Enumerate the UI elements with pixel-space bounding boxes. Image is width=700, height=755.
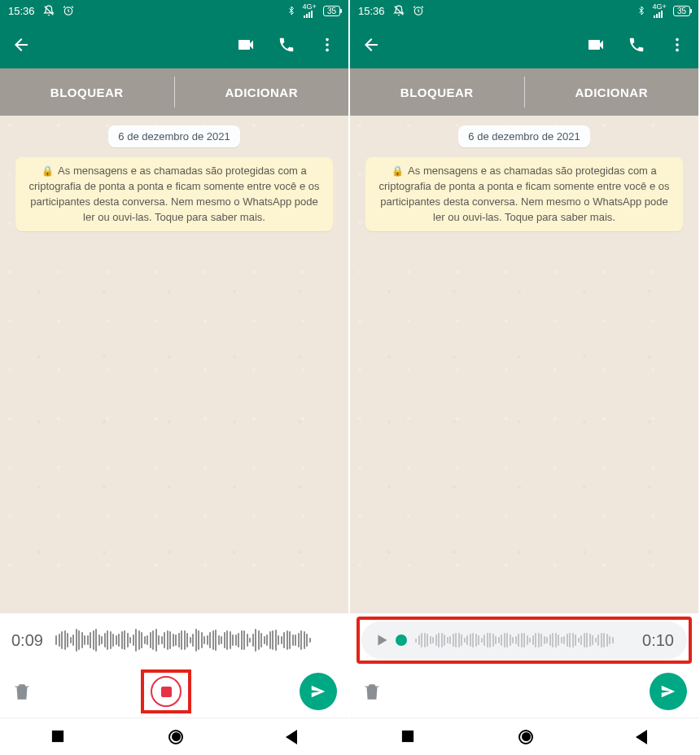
video-call-icon[interactable] (236, 35, 256, 55)
recording-waveform (55, 627, 337, 653)
play-icon[interactable] (373, 631, 391, 649)
block-add-bar: BLOQUEAR ADICIONAR (350, 68, 698, 116)
nav-recent-icon[interactable] (51, 730, 66, 744)
alarm-icon (413, 5, 424, 16)
svg-point-7 (326, 43, 329, 46)
voice-preview-player[interactable]: 0:10 (361, 621, 687, 659)
app-bar (350, 21, 698, 68)
screen-left-recording: 15:36 4G+ 35 (0, 0, 350, 755)
back-icon[interactable] (361, 35, 381, 55)
svg-rect-15 (661, 11, 663, 18)
lock-icon: 🔒 (42, 165, 54, 177)
bell-off-icon (393, 5, 405, 16)
svg-point-6 (326, 38, 329, 42)
status-time: 15:36 (358, 5, 385, 17)
status-time: 15:36 (8, 5, 35, 17)
block-button[interactable]: BLOQUEAR (0, 68, 174, 116)
chat-area[interactable]: 6 de dezembro de 2021 🔒 As mensagens e a… (350, 116, 698, 612)
trash-icon[interactable] (361, 681, 383, 702)
status-bar: 15:36 4G+ 35 (350, 0, 698, 21)
svg-rect-19 (402, 730, 413, 741)
add-button[interactable]: ADICIONAR (525, 68, 699, 116)
send-button[interactable] (300, 673, 337, 710)
battery-icon: 35 (673, 6, 690, 16)
svg-rect-9 (52, 730, 63, 741)
preview-waveform (415, 627, 634, 653)
nav-home-icon[interactable] (518, 730, 533, 744)
svg-rect-3 (306, 14, 308, 18)
block-button[interactable]: BLOQUEAR (350, 68, 524, 116)
svg-rect-13 (656, 14, 658, 18)
battery-icon: 35 (323, 6, 340, 16)
more-menu-icon[interactable] (667, 35, 687, 55)
more-menu-icon[interactable] (317, 35, 337, 55)
svg-point-17 (676, 43, 679, 46)
chat-area[interactable]: 6 de dezembro de 2021 🔒 As mensagens e a… (0, 116, 348, 612)
lock-icon: 🔒 (392, 165, 404, 177)
svg-rect-2 (304, 15, 305, 18)
add-button[interactable]: ADICIONAR (175, 68, 349, 116)
android-nav-bar (0, 718, 348, 755)
svg-point-18 (676, 49, 679, 52)
send-button[interactable] (650, 673, 687, 710)
voice-call-icon[interactable] (627, 35, 646, 55)
tutorial-highlight (141, 669, 191, 713)
nav-back-icon[interactable] (636, 730, 647, 744)
svg-rect-14 (658, 12, 660, 18)
play-progress-dot[interactable] (396, 634, 407, 646)
bell-off-icon (43, 5, 55, 16)
nav-back-icon[interactable] (286, 730, 297, 744)
encryption-notice[interactable]: 🔒 As mensagens e as chamadas são protegi… (15, 157, 333, 231)
status-bar: 15:36 4G+ 35 (0, 0, 348, 21)
app-bar (0, 21, 348, 68)
date-chip: 6 de dezembro de 2021 (108, 125, 239, 147)
svg-point-16 (676, 38, 679, 42)
bluetooth-icon (637, 6, 646, 15)
encryption-notice[interactable]: 🔒 As mensagens e as chamadas são protegi… (365, 157, 683, 231)
svg-rect-4 (308, 12, 310, 18)
network-icon: 4G+ (303, 3, 317, 18)
screen-right-preview: 15:36 4G+ 35 (350, 0, 700, 755)
android-nav-bar (350, 718, 698, 755)
video-call-icon[interactable] (586, 35, 606, 55)
nav-home-icon[interactable] (168, 730, 183, 744)
trash-icon[interactable] (11, 681, 33, 702)
preview-duration: 0:10 (642, 631, 674, 650)
voice-call-icon[interactable] (277, 35, 296, 55)
voice-record-panel: 0:09 (0, 612, 348, 718)
network-icon: 4G+ (653, 3, 667, 18)
bluetooth-icon (287, 6, 296, 15)
voice-preview-panel: 0:10 (350, 612, 698, 718)
svg-rect-12 (654, 15, 655, 18)
date-chip: 6 de dezembro de 2021 (458, 125, 589, 147)
nav-recent-icon[interactable] (401, 730, 416, 744)
back-icon[interactable] (11, 35, 31, 55)
svg-point-8 (326, 49, 329, 52)
svg-rect-5 (311, 11, 313, 18)
record-timer: 0:09 (11, 631, 47, 650)
alarm-icon (63, 5, 74, 16)
block-add-bar: BLOQUEAR ADICIONAR (0, 68, 348, 116)
